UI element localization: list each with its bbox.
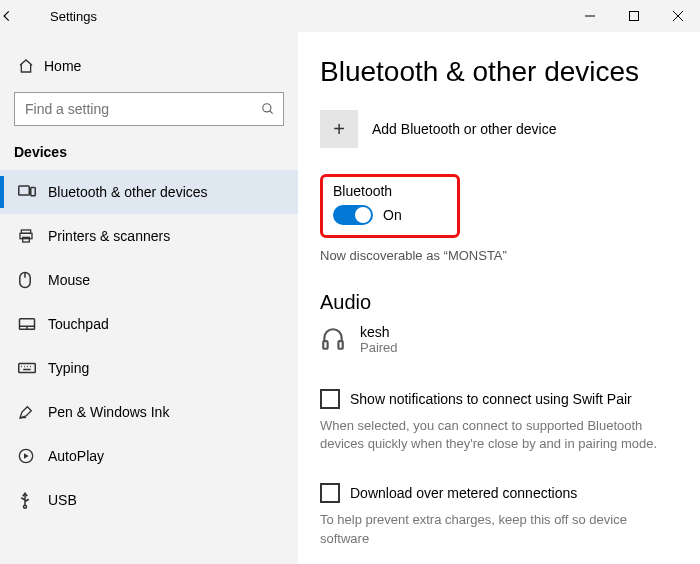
device-name: kesh [360,324,398,340]
bluetooth-highlight: Bluetooth On [320,174,460,238]
svg-rect-6 [19,186,30,195]
svg-line-5 [270,111,273,114]
bluetooth-toggle[interactable] [333,205,373,225]
swift-pair-checkbox-row[interactable]: Show notifications to connect using Swif… [320,389,678,409]
touchpad-icon [18,317,48,331]
mouse-icon [18,271,48,289]
window-title: Settings [50,9,97,24]
headphones-icon [320,324,360,352]
toggle-knob [355,207,371,223]
nav-label: Typing [48,360,89,376]
nav-label: Printers & scanners [48,228,170,244]
home-label: Home [44,58,81,74]
discoverable-text: Now discoverable as “MONSTA” [320,248,678,263]
nav-label: Bluetooth & other devices [48,184,208,200]
back-button[interactable] [0,9,32,23]
toggle-state: On [383,207,402,223]
search-input[interactable] [23,100,261,118]
nav-bluetooth[interactable]: Bluetooth & other devices [0,170,298,214]
nav-label: USB [48,492,77,508]
plus-icon: + [320,110,358,148]
nav-label: Touchpad [48,316,109,332]
sidebar: Home Devices Bluetooth & other devices [0,32,298,564]
nav-typing[interactable]: Typing [0,346,298,390]
search-icon [261,102,275,116]
device-status: Paired [360,340,398,355]
svg-rect-26 [338,341,342,349]
nav-mouse[interactable]: Mouse [0,258,298,302]
nav-label: Pen & Windows Ink [48,404,169,420]
audio-heading: Audio [320,291,678,314]
home-nav[interactable]: Home [0,50,298,82]
swift-pair-checkbox[interactable] [320,389,340,409]
add-label: Add Bluetooth or other device [372,121,556,137]
close-button[interactable] [656,0,700,32]
svg-rect-7 [31,188,36,196]
svg-rect-16 [19,364,36,373]
devices-icon [18,185,48,199]
home-icon [18,58,44,74]
metered-checkbox[interactable] [320,483,340,503]
swift-pair-desc: When selected, you can connect to suppor… [320,417,678,453]
device-row[interactable]: kesh Paired [320,324,678,355]
nav-label: AutoPlay [48,448,104,464]
metered-desc: To help prevent extra charges, keep this… [320,511,678,547]
nav-autoplay[interactable]: AutoPlay [0,434,298,478]
pen-icon [18,404,48,420]
metered-label: Download over metered connections [350,485,577,501]
search-box[interactable] [14,92,284,126]
nav-label: Mouse [48,272,90,288]
page-title: Bluetooth & other devices [320,56,678,88]
bluetooth-label: Bluetooth [333,183,447,199]
minimize-button[interactable] [568,0,612,32]
metered-checkbox-row[interactable]: Download over metered connections [320,483,678,503]
usb-icon [18,491,48,509]
svg-point-4 [263,104,271,112]
keyboard-icon [18,362,48,374]
autoplay-icon [18,448,48,464]
printer-icon [18,228,48,244]
swift-pair-label: Show notifications to connect using Swif… [350,391,632,407]
nav-touchpad[interactable]: Touchpad [0,302,298,346]
maximize-button[interactable] [612,0,656,32]
nav-pen[interactable]: Pen & Windows Ink [0,390,298,434]
svg-rect-1 [630,12,639,21]
nav-printers[interactable]: Printers & scanners [0,214,298,258]
svg-point-24 [24,505,27,508]
svg-rect-25 [323,341,327,349]
add-device-button[interactable]: + Add Bluetooth or other device [320,110,678,148]
content-pane: Bluetooth & other devices + Add Bluetoot… [298,32,700,564]
nav-usb[interactable]: USB [0,478,298,522]
section-label: Devices [0,144,298,170]
titlebar: Settings [0,0,700,32]
